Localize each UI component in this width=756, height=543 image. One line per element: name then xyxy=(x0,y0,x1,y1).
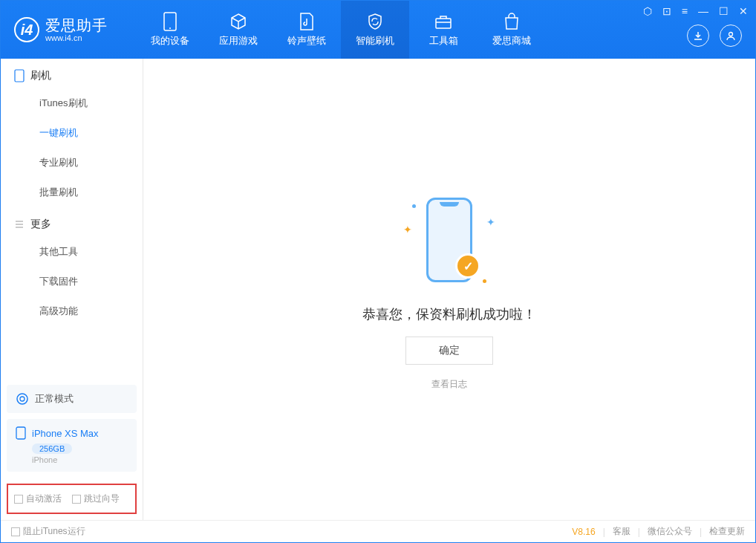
mode-status-card[interactable]: 正常模式 xyxy=(7,385,137,413)
nav-label: 爱思商城 xyxy=(492,34,531,48)
footer: 阻止iTunes运行 V8.16 | 客服 | 微信公众号 | 检查更新 xyxy=(1,520,755,542)
separator: | xyxy=(638,527,640,537)
sidebar-item-other-tools[interactable]: 其他工具 xyxy=(1,237,143,267)
download-icon xyxy=(693,30,703,41)
sidebar-item-batch-flash[interactable]: 批量刷机 xyxy=(1,178,143,207)
svg-rect-2 xyxy=(436,19,451,28)
sidebar-item-itunes-flash[interactable]: iTunes刷机 xyxy=(1,88,143,118)
menu-icon[interactable]: ≡ xyxy=(682,5,688,17)
checkbox-box-icon xyxy=(11,527,20,536)
app-title: 爱思助手 xyxy=(45,17,108,33)
mode-label: 正常模式 xyxy=(35,392,74,406)
device-phone-icon xyxy=(16,426,26,440)
svg-rect-4 xyxy=(15,70,24,82)
maximize-button[interactable]: ☐ xyxy=(719,5,729,17)
music-file-icon xyxy=(297,12,316,31)
view-log-link[interactable]: 查看日志 xyxy=(431,378,467,391)
sparkle-icon: ✦ xyxy=(486,216,495,228)
group-title: 刷机 xyxy=(30,69,51,82)
sidebar-bottom: 正常模式 iPhone XS Max 256GB iPhone xyxy=(1,379,143,478)
header-right-buttons xyxy=(687,25,742,47)
svg-rect-6 xyxy=(16,427,25,439)
sync-icon xyxy=(16,392,29,406)
device-type: iPhone xyxy=(32,455,128,464)
success-illustration: ✦ ✓ ✦ xyxy=(390,188,509,292)
separator: | xyxy=(700,527,702,537)
nav-label: 工具箱 xyxy=(429,34,458,48)
checkbox-label: 自动激活 xyxy=(26,492,62,505)
refresh-shield-icon xyxy=(365,12,385,31)
nav-label: 铃声壁纸 xyxy=(287,34,326,48)
nav-smart-flash[interactable]: 智能刷机 xyxy=(341,1,409,59)
app-subtitle: www.i4.cn xyxy=(45,33,108,42)
phone-outline-icon xyxy=(14,69,25,82)
svg-point-3 xyxy=(729,33,733,36)
footer-link-update[interactable]: 检查更新 xyxy=(709,525,745,538)
checkbox-box-icon xyxy=(72,495,81,504)
list-icon xyxy=(14,219,25,230)
sidebar-item-download-firmware[interactable]: 下载固件 xyxy=(1,267,143,296)
nav-label: 我的设备 xyxy=(151,34,189,48)
user-button[interactable] xyxy=(720,25,742,47)
user-icon xyxy=(726,30,736,41)
footer-link-wechat[interactable]: 微信公众号 xyxy=(648,525,692,538)
decor-dot-icon xyxy=(412,204,416,208)
sidebar-item-oneclick-flash[interactable]: 一键刷机 xyxy=(1,118,143,148)
download-button[interactable] xyxy=(687,25,709,47)
toolbox-icon xyxy=(434,12,453,31)
device-card[interactable]: iPhone XS Max 256GB iPhone xyxy=(7,419,137,472)
checkbox-block-itunes[interactable]: 阻止iTunes运行 xyxy=(11,525,85,538)
checkbox-label: 跳过向导 xyxy=(84,492,120,505)
nav-apps-games[interactable]: 应用游戏 xyxy=(204,1,273,59)
shop-bag-icon xyxy=(502,12,521,31)
storage-badge: 256GB xyxy=(32,443,72,454)
body-layout: 刷机 iTunes刷机 一键刷机 专业刷机 批量刷机 更多 其他工具 下载固件 … xyxy=(1,59,755,520)
main-nav: 我的设备 应用游戏 铃声壁纸 智能刷机 工具箱 xyxy=(136,1,546,59)
window-controls: ⬡ ⊡ ≡ — ☐ ✕ xyxy=(643,5,748,17)
nav-shop[interactable]: 爱思商城 xyxy=(478,1,546,59)
logo-text: 爱思助手 www.i4.cn xyxy=(45,17,108,42)
group-title: 更多 xyxy=(30,218,51,231)
app-header: i4 爱思助手 www.i4.cn 我的设备 应用游戏 铃声壁纸 xyxy=(1,1,755,59)
success-message: 恭喜您，保资料刷机成功啦！ xyxy=(362,305,536,323)
device-name: iPhone XS Max xyxy=(32,428,99,439)
nav-my-device[interactable]: 我的设备 xyxy=(136,1,204,59)
checkbox-skip-guide[interactable]: 跳过向导 xyxy=(72,492,120,505)
checkbox-auto-activate[interactable]: 自动激活 xyxy=(14,492,62,505)
logo-area: i4 爱思助手 www.i4.cn xyxy=(1,17,121,42)
main-content: ✦ ✓ ✦ 恭喜您，保资料刷机成功啦！ 确定 查看日志 xyxy=(143,59,755,520)
cube-icon xyxy=(229,12,248,31)
decor-dot-icon xyxy=(483,279,486,283)
version-label: V8.16 xyxy=(572,527,595,537)
footer-right: V8.16 | 客服 | 微信公众号 | 检查更新 xyxy=(572,525,745,538)
nav-label: 应用游戏 xyxy=(219,34,258,48)
ok-button[interactable]: 确定 xyxy=(405,336,493,365)
svg-point-1 xyxy=(169,27,171,29)
sidebar-item-pro-flash[interactable]: 专业刷机 xyxy=(1,148,143,178)
sidebar-group-flash: 刷机 xyxy=(1,59,143,88)
checkmark-badge-icon: ✓ xyxy=(455,253,480,279)
sidebar-group-more: 更多 xyxy=(1,207,143,237)
sparkle-icon: ✦ xyxy=(403,224,412,235)
close-button[interactable]: ✕ xyxy=(739,5,748,17)
nav-toolbox[interactable]: 工具箱 xyxy=(409,1,478,59)
grid-icon[interactable]: ⊡ xyxy=(662,5,671,17)
shirt-icon[interactable]: ⬡ xyxy=(643,5,652,17)
checkbox-label: 阻止iTunes运行 xyxy=(23,525,85,538)
device-name-row: iPhone XS Max xyxy=(16,426,128,440)
svg-point-5 xyxy=(17,394,27,404)
sidebar-item-advanced[interactable]: 高级功能 xyxy=(1,296,143,326)
phone-icon xyxy=(160,12,180,31)
checkbox-box-icon xyxy=(14,495,23,504)
nav-label: 智能刷机 xyxy=(356,34,394,48)
logo-icon: i4 xyxy=(14,17,39,42)
separator: | xyxy=(603,527,605,537)
nav-ringtone-wallpaper[interactable]: 铃声壁纸 xyxy=(273,1,341,59)
footer-link-support[interactable]: 客服 xyxy=(613,525,630,538)
minimize-button[interactable]: — xyxy=(698,5,708,17)
activation-options: 自动激活 跳过向导 xyxy=(7,484,137,514)
sidebar: 刷机 iTunes刷机 一键刷机 专业刷机 批量刷机 更多 其他工具 下载固件 … xyxy=(1,59,143,520)
